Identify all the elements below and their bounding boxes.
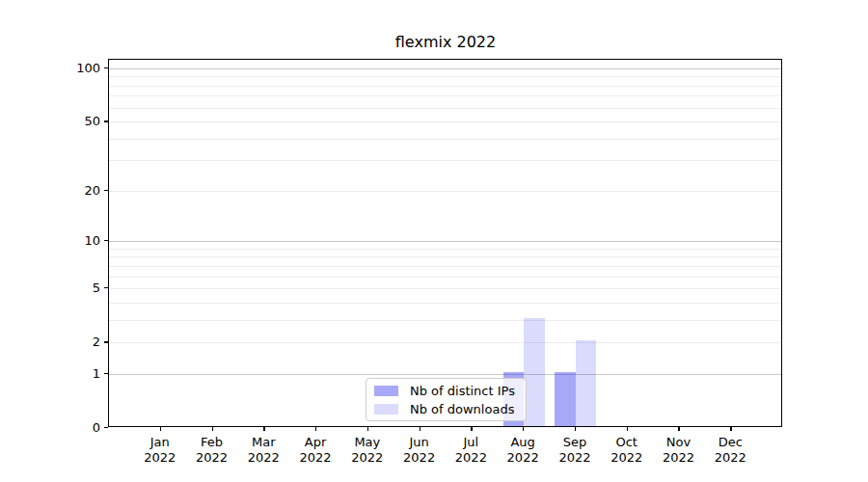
gridline-major (109, 68, 781, 69)
x-tick (523, 427, 524, 431)
x-tick-year: 2022 (455, 450, 487, 466)
x-tick-label: Jun2022 (403, 435, 435, 466)
x-tick-year: 2022 (144, 450, 176, 466)
chart-title: flexmix 2022 (395, 33, 496, 51)
y-tick (104, 120, 108, 121)
x-tick-label: Oct2022 (610, 435, 642, 466)
y-tick (104, 287, 108, 288)
y-tick-label: 0 (54, 420, 100, 435)
x-tick-month: Apr (300, 435, 332, 450)
legend-item-downloads: Nb of downloads (374, 402, 518, 416)
x-tick (575, 427, 576, 431)
x-tick-year: 2022 (300, 450, 332, 466)
gridline-minor (109, 303, 781, 304)
y-tick (104, 373, 108, 374)
y-tick-label: 20 (54, 182, 100, 197)
figure: flexmix 2022 Nb of distinct IPs Nb of do… (0, 0, 868, 482)
y-tick-label: 2 (54, 335, 100, 349)
x-tick-year: 2022 (403, 450, 435, 466)
y-tick (104, 67, 108, 68)
x-tick-year: 2022 (663, 450, 694, 466)
x-tick-label: May2022 (351, 435, 383, 466)
y-tick-label: 50 (54, 114, 100, 128)
gridline-minor (109, 121, 781, 122)
x-tick-year: 2022 (715, 450, 746, 466)
x-tick-label: Sep2022 (558, 435, 590, 466)
x-tick-month: Jul (455, 435, 487, 450)
gridline-minor (109, 266, 781, 267)
gridline-minor (109, 277, 781, 278)
gridline-minor (109, 320, 781, 321)
x-tick-label: Jan2022 (144, 435, 176, 466)
x-tick-month: Sep (558, 435, 590, 450)
x-tick-label: Aug2022 (507, 435, 539, 466)
gridline-minor (109, 86, 781, 87)
y-tick-label: 100 (54, 61, 100, 75)
legend-swatch-distinct-ips (374, 386, 398, 396)
legend-swatch-downloads (374, 404, 398, 415)
y-tick (104, 190, 108, 191)
x-tick-year: 2022 (248, 450, 280, 466)
x-tick-month: Jan (144, 435, 176, 450)
gridline-minor (109, 139, 781, 140)
x-tick-month: Oct (610, 435, 642, 450)
legend-item-distinct-ips: Nb of distinct IPs (374, 384, 518, 398)
gridline-major (109, 374, 781, 375)
x-tick-month: Jun (403, 435, 435, 450)
legend-label-distinct-ips: Nb of distinct IPs (410, 384, 515, 398)
legend-label-downloads: Nb of downloads (410, 402, 514, 416)
y-tick (104, 341, 108, 342)
x-tick (420, 427, 420, 431)
x-tick-year: 2022 (507, 450, 539, 466)
gridline-minor (109, 288, 781, 289)
bar-downloads-sep (576, 340, 597, 426)
x-tick (212, 427, 213, 431)
gridline-minor (109, 249, 781, 250)
x-tick-month: May (351, 435, 383, 450)
x-tick-label: Dec2022 (715, 435, 746, 466)
gridline-minor (109, 95, 781, 96)
legend: Nb of distinct IPs Nb of downloads (366, 378, 527, 421)
x-tick-year: 2022 (351, 450, 383, 466)
x-tick (160, 427, 161, 431)
x-tick-month: Nov (663, 435, 694, 450)
y-tick (104, 240, 108, 241)
x-tick (367, 427, 368, 431)
y-tick-label: 10 (54, 233, 100, 248)
gridline-minor (109, 160, 781, 161)
x-tick (263, 427, 264, 431)
x-tick-month: Feb (196, 435, 228, 450)
gridline-minor (109, 191, 781, 192)
gridline-minor (109, 256, 781, 257)
x-tick-label: Feb2022 (196, 435, 228, 466)
x-tick-label: Mar2022 (248, 435, 280, 466)
bar-distinct-ips-sep (555, 372, 576, 426)
x-tick-label: Nov2022 (663, 435, 694, 466)
y-tick (104, 427, 108, 428)
x-tick-year: 2022 (610, 450, 642, 466)
y-tick-label: 1 (54, 365, 100, 380)
x-tick-month: Dec (715, 435, 746, 450)
plot-area (108, 59, 782, 427)
x-tick-label: Jul2022 (455, 435, 487, 466)
x-tick (678, 427, 679, 431)
x-tick (315, 427, 316, 431)
gridline-minor (109, 108, 781, 109)
x-tick (730, 427, 731, 431)
x-tick-month: Aug (507, 435, 539, 450)
gridline-major (109, 241, 781, 242)
x-tick-month: Mar (248, 435, 280, 450)
bar-downloads-aug (524, 318, 545, 426)
x-tick-year: 2022 (558, 450, 590, 466)
x-tick (627, 427, 628, 431)
gridline-minor (109, 76, 781, 77)
x-tick-year: 2022 (196, 450, 228, 466)
gridline-minor (109, 342, 781, 343)
y-tick-label: 5 (54, 281, 100, 295)
x-tick (471, 427, 472, 431)
x-tick-label: Apr2022 (300, 435, 332, 466)
